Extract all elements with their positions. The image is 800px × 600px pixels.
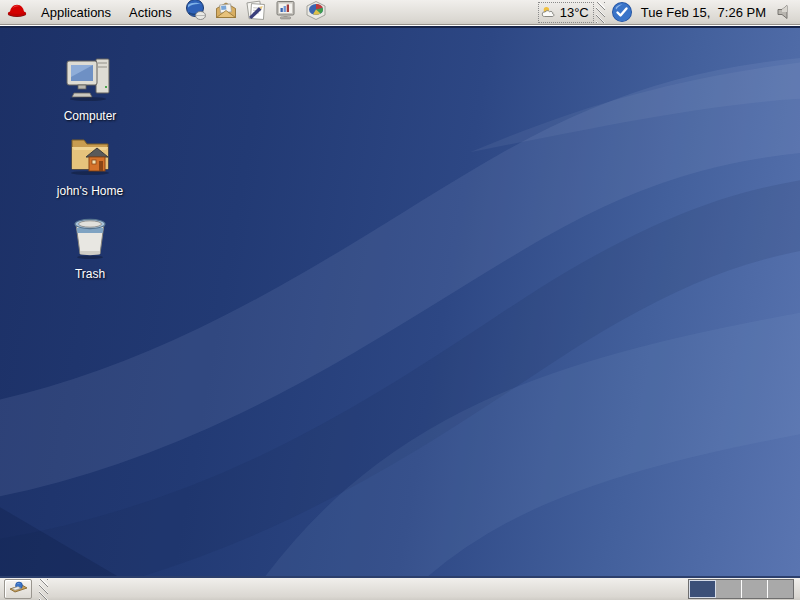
workspace-1[interactable] [689,580,716,598]
computer-icon [42,56,138,106]
clock-applet[interactable]: Tue Feb 15, 7:26 PM [637,5,772,20]
word-processor-launcher[interactable] [244,0,268,24]
workspace-3[interactable] [742,580,768,598]
applet-drag-handle[interactable] [596,2,605,23]
workspace-switcher [688,579,794,599]
email-launcher[interactable] [214,0,238,24]
volume-icon[interactable] [772,0,796,24]
icon-label: Computer [42,109,138,123]
workspace-2[interactable] [716,580,742,598]
main-menu-button[interactable] [4,0,30,24]
update-notification-icon[interactable] [610,0,634,24]
temperature-label: 13°C [560,5,589,20]
weather-applet[interactable]: 13°C [538,2,594,23]
trash-can-icon [42,214,138,264]
desktop[interactable]: Computer john's Home [0,26,800,576]
pie-chart-icon [304,0,328,26]
menu-applications[interactable]: Applications [32,0,120,24]
desktop-icon-trash[interactable]: Trash [42,214,138,281]
bottom-panel [0,576,800,600]
desktop-icon-home[interactable]: john's Home [42,131,138,198]
monitor-chart-icon [274,0,298,26]
envelope-icon [214,0,238,26]
redhat-fedora-icon [7,3,27,22]
show-desktop-button[interactable] [4,579,32,599]
globe-mouse-icon [184,0,208,26]
desktop-icon-computer[interactable]: Computer [42,56,138,123]
paper-pen-icon [244,0,268,26]
home-folder-icon [42,131,138,181]
panel-drag-handle[interactable] [39,579,48,600]
icon-label: Trash [42,267,138,281]
top-panel: Applications Actions [0,0,800,25]
web-browser-launcher[interactable] [184,0,208,24]
workspace-4[interactable] [768,580,793,598]
spreadsheet-launcher[interactable] [304,0,328,24]
menu-actions[interactable]: Actions [120,0,181,24]
presentation-launcher[interactable] [274,0,298,24]
cloud-icon [541,5,559,19]
icon-label: john's Home [42,184,138,198]
show-desktop-icon [8,579,28,599]
